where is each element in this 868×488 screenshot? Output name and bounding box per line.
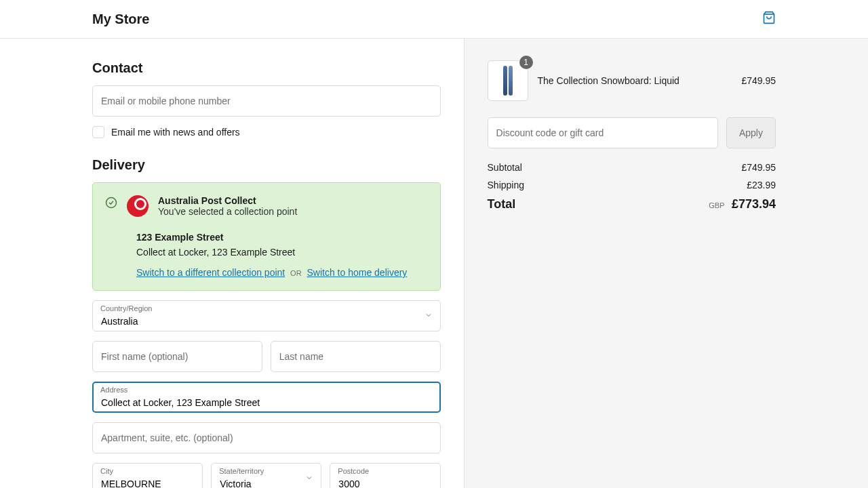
collect-box: Australia Post Collect You've selected a… [92, 182, 441, 291]
qty-badge: 1 [519, 56, 533, 69]
main: Contact Email me with news and offers De… [0, 39, 868, 488]
or-text: OR [290, 269, 302, 277]
subtotal-row: Subtotal £749.95 [488, 162, 776, 173]
newsletter-checkbox[interactable] [92, 126, 104, 138]
cart-icon[interactable] [762, 11, 776, 27]
header: My Store [0, 0, 868, 39]
store-title: My Store [92, 12, 149, 27]
switch-point-link[interactable]: Switch to a different collection point [136, 267, 285, 278]
delivery-section: Delivery Australia Post Collect You've s… [92, 157, 441, 488]
switch-home-link[interactable]: Switch to home delivery [307, 267, 407, 278]
first-name-field[interactable] [92, 341, 262, 372]
subtotal-label: Subtotal [488, 162, 522, 173]
cart-item: 1 The Collection Snowboard: Liquid £749.… [488, 60, 776, 101]
last-name-field[interactable] [271, 341, 441, 372]
svg-point-1 [106, 198, 117, 208]
email-field[interactable] [92, 85, 441, 117]
shipping-row: Shipping £23.99 [488, 180, 776, 190]
country-label: Country/Region [100, 304, 152, 312]
contact-heading: Contact [92, 60, 441, 76]
newsletter-label: Email me with news and offers [111, 127, 240, 138]
collect-addr-title: 123 Example Street [136, 232, 428, 243]
newsletter-row[interactable]: Email me with news and offers [92, 126, 441, 138]
address-field[interactable] [92, 382, 441, 413]
apartment-field[interactable] [92, 422, 441, 453]
address-label: Address [100, 386, 127, 394]
apply-button[interactable]: Apply [726, 117, 776, 148]
auspost-logo-icon [127, 195, 149, 217]
postcode-label: Postcode [338, 467, 369, 475]
product-thumbnail: 1 [488, 60, 528, 101]
total-row: Total GBP £773.94 [488, 197, 776, 211]
currency-code: GBP [709, 201, 724, 209]
shipping-label: Shipping [488, 180, 525, 190]
city-label: City [100, 467, 113, 475]
contact-section: Contact Email me with news and offers [92, 60, 441, 138]
check-circle-icon [105, 197, 117, 211]
shipping-value: £23.99 [747, 180, 776, 190]
total-label: Total [488, 197, 516, 211]
collect-title: Australia Post Collect [158, 195, 297, 206]
product-price: £749.95 [741, 75, 776, 86]
checkout-form: Contact Email me with news and offers De… [0, 39, 464, 488]
discount-field[interactable] [488, 117, 718, 148]
total-value: £773.94 [732, 197, 776, 211]
product-name: The Collection Snowboard: Liquid [538, 75, 732, 86]
order-summary: 1 The Collection Snowboard: Liquid £749.… [464, 39, 868, 488]
collect-addr-sub: Collect at Locker, 123 Example Street [136, 247, 428, 258]
collect-subtitle: You've selected a collection point [158, 206, 297, 217]
delivery-heading: Delivery [92, 157, 441, 173]
subtotal-value: £749.95 [741, 162, 776, 173]
state-label: State/territory [219, 467, 264, 475]
